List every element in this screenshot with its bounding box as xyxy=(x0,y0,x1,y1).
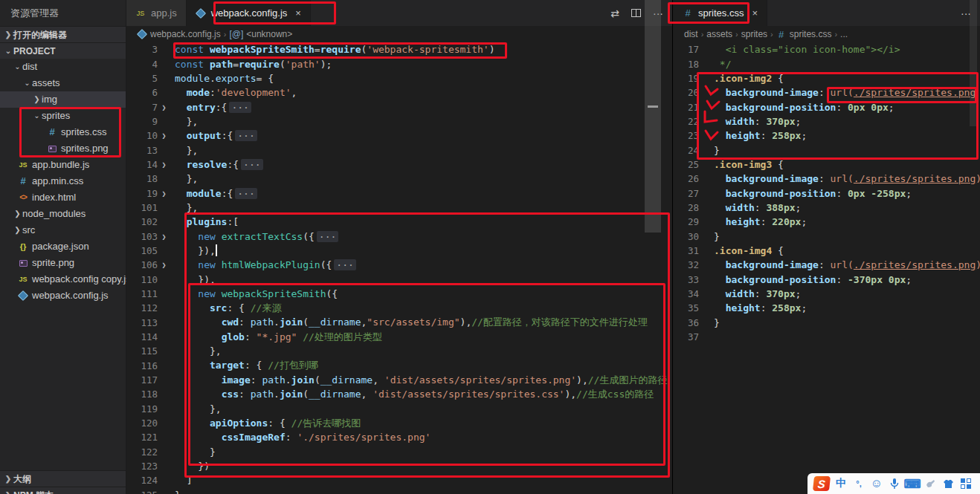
code-line-110[interactable]: 110 }), xyxy=(126,273,672,287)
fold-chevron-icon[interactable]: ❯ xyxy=(158,261,170,269)
split-editor-icon[interactable] xyxy=(631,7,641,19)
code-line-115[interactable]: 115 }, xyxy=(126,344,672,358)
code-line-116[interactable]: 116 target: { //打包到哪 xyxy=(126,359,672,373)
tree-item-dist[interactable]: ⌄dist xyxy=(0,59,126,75)
fold-chevron-icon[interactable]: ❯ xyxy=(158,160,170,169)
code-line-121[interactable]: 121 cssImageRef: './sprites/sprites.png' xyxy=(126,430,672,444)
fold-chevron-icon[interactable]: ❯ xyxy=(158,103,170,111)
code-line-17[interactable]: 17 <i class="icon icon-home"></i> xyxy=(674,42,980,56)
breadcrumb-item[interactable]: <unknown> xyxy=(246,29,292,39)
scrollbar[interactable] xyxy=(970,0,977,126)
breadcrumb-item[interactable]: assets xyxy=(706,29,732,39)
code-line-24[interactable]: 24} xyxy=(674,143,980,157)
breadcrumb-item[interactable]: ... xyxy=(840,29,848,39)
code-line-103[interactable]: 103❯ new extractTextCss({··· xyxy=(126,229,672,243)
tree-item-assets[interactable]: ⌄assets xyxy=(0,75,126,91)
code-line-6[interactable]: 6 mode:'development', xyxy=(126,85,672,100)
code-line-37[interactable]: 37 xyxy=(674,330,980,344)
breadcrumb-item[interactable]: dist xyxy=(684,29,698,39)
code-line-32[interactable]: 32 background-image: url(./sprites/sprit… xyxy=(674,258,980,272)
ime-toolbar[interactable]: S 中 °, ☺ ⌨ xyxy=(807,473,980,494)
code-line-105[interactable]: 105 }), xyxy=(126,244,672,258)
close-icon[interactable]: × xyxy=(752,7,758,19)
toolbox-icon[interactable] xyxy=(959,478,973,489)
tree-item-webpack-config-js[interactable]: webpack.config.js xyxy=(0,287,126,304)
open-editors-section[interactable]: ❯ 打开的编辑器 xyxy=(0,26,126,42)
breadcrumb-item[interactable]: sprites xyxy=(741,29,767,39)
sogou-logo-icon[interactable]: S xyxy=(813,476,831,491)
breadcrumb-item[interactable]: webpack.config.js xyxy=(150,29,221,39)
code-line-119[interactable]: 119 }, xyxy=(126,402,672,416)
code-editor-webpack-config[interactable]: 3const webpackSpriteSmith=require('webpa… xyxy=(126,42,672,494)
code-line-106[interactable]: 106❯ new htmlWebpackPlugin({··· xyxy=(126,258,672,272)
code-line-9[interactable]: 9 }, xyxy=(126,114,672,129)
scrollbar[interactable] xyxy=(645,0,661,233)
code-line-29[interactable]: 29 height: 220px; xyxy=(674,215,980,229)
code-editor-sprites-css[interactable]: 17 <i class="icon icon-home"></i>18 */19… xyxy=(674,42,980,494)
tree-item-webpack-config-copy-js[interactable]: JSwebpack.config copy.js xyxy=(0,271,126,287)
skin-icon[interactable] xyxy=(941,479,955,489)
code-line-36[interactable]: 36} xyxy=(674,316,980,330)
tree-item-src[interactable]: ❯src xyxy=(0,222,126,238)
code-line-117[interactable]: 117 image: path.join(__dirname, 'dist/as… xyxy=(126,373,672,387)
code-line-3[interactable]: 3const webpackSpriteSmith=require('webpa… xyxy=(126,42,672,56)
code-line-5[interactable]: 5module.exports= { xyxy=(126,71,672,85)
code-line-31[interactable]: 31.icon-img4 { xyxy=(674,244,980,258)
code-line-25[interactable]: 25.icon-img3 { xyxy=(674,157,980,172)
keyboard-icon[interactable]: ⌨ xyxy=(906,477,919,491)
code-line-26[interactable]: 26 background-image: url(./sprites/sprit… xyxy=(674,172,980,186)
code-line-33[interactable]: 33 background-position: -370px 0px; xyxy=(674,273,980,287)
tree-item-app-min-css[interactable]: #app.min.css xyxy=(0,173,126,189)
code-line-34[interactable]: 34 width: 370px; xyxy=(674,287,980,301)
code-line-111[interactable]: 111 new webpackSpriteSmith({ xyxy=(126,287,672,301)
tree-item-sprites-png[interactable]: sprites.png xyxy=(0,140,126,157)
code-line-114[interactable]: 114 glob: "*.jpg" //处理的图片类型 xyxy=(126,330,672,344)
code-line-122[interactable]: 122 } xyxy=(126,445,672,459)
tree-item-img[interactable]: ❯img xyxy=(0,91,126,108)
code-line-7[interactable]: 7❯ entry:{··· xyxy=(126,100,672,114)
code-line-113[interactable]: 113 cwd: path.join(__dirname,"src/assets… xyxy=(126,316,672,330)
fold-chevron-icon[interactable]: ❯ xyxy=(158,131,170,140)
code-line-4[interactable]: 4const path=require('path'); xyxy=(126,56,672,71)
breadcrumb-right[interactable]: dist›assets›sprites›#sprites.css›... xyxy=(674,26,980,42)
handwriting-icon[interactable] xyxy=(923,478,937,489)
code-line-118[interactable]: 118 css: path.join(__dirname, 'dist/asse… xyxy=(126,387,672,401)
toggle-editor-layout-icon[interactable]: ⇄ xyxy=(610,7,619,19)
code-line-120[interactable]: 120 apiOptions: { //告诉去哪找图 xyxy=(126,416,672,430)
code-line-13[interactable]: 13 }, xyxy=(126,143,672,157)
code-line-20[interactable]: 20 background-image: url(./sprites/sprit… xyxy=(674,85,980,100)
tab-webpack-config-js[interactable]: webpack.config.js × xyxy=(187,0,311,26)
code-line-10[interactable]: 10❯ output:{··· xyxy=(126,129,672,143)
breadcrumb-left[interactable]: webpack.config.js › [@] <unknown> xyxy=(126,26,672,42)
npm-scripts-section[interactable]: ❯ NPM 脚本 xyxy=(0,487,126,494)
tab-app-js[interactable]: JS app.js xyxy=(126,0,187,26)
code-line-27[interactable]: 27 background-position: 0px -258px; xyxy=(674,186,980,200)
code-line-30[interactable]: 30} xyxy=(674,229,980,243)
code-line-22[interactable]: 22 width: 370px; xyxy=(674,114,980,129)
code-line-18[interactable]: 18 */ xyxy=(674,56,980,71)
tree-item-package-json[interactable]: {}package.json xyxy=(0,238,126,255)
code-line-124[interactable]: 124 ] xyxy=(126,473,672,487)
code-line-19[interactable]: 19.icon-img2 { xyxy=(674,71,980,85)
code-line-102[interactable]: 102 plugins:[ xyxy=(126,215,672,229)
code-line-123[interactable]: 123 }) xyxy=(126,459,672,473)
outline-section[interactable]: ❯ 大纲 xyxy=(0,470,126,487)
fold-chevron-icon[interactable]: ❯ xyxy=(158,189,170,198)
code-line-18[interactable]: 18 }, xyxy=(126,172,672,186)
close-icon[interactable]: × xyxy=(295,7,301,19)
microphone-icon[interactable] xyxy=(888,478,901,490)
code-line-35[interactable]: 35 height: 258px; xyxy=(674,301,980,315)
code-line-23[interactable]: 23 height: 258px; xyxy=(674,129,980,143)
code-line-125[interactable]: 125} xyxy=(126,488,672,494)
code-line-21[interactable]: 21 background-position: 0px 0px; xyxy=(674,100,980,114)
tree-item-sprite-png[interactable]: sprite.png xyxy=(0,255,126,271)
code-line-19[interactable]: 19❯ module:{··· xyxy=(126,186,672,200)
breadcrumb-item[interactable]: sprites.css xyxy=(790,29,832,39)
code-line-28[interactable]: 28 width: 388px; xyxy=(674,201,980,215)
tree-item-app-bundle-js[interactable]: JSapp.bundle.js xyxy=(0,157,126,173)
code-line-14[interactable]: 14❯ resolve:{··· xyxy=(126,157,672,172)
chinese-mode-icon[interactable]: 中 xyxy=(834,477,848,490)
tree-item-sprites-css[interactable]: #sprites.css xyxy=(0,124,126,140)
fold-chevron-icon[interactable]: ❯ xyxy=(158,233,170,241)
code-line-101[interactable]: 101 }, xyxy=(126,201,672,215)
